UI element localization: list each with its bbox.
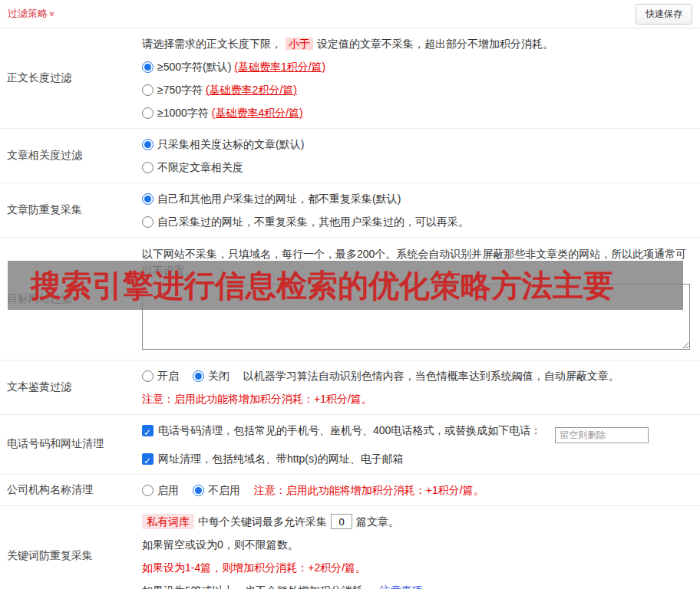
radio-icon <box>142 485 154 496</box>
replacement-phone-input[interactable] <box>555 427 649 443</box>
relevance-filter-label: 文章相关度过滤 <box>0 129 142 183</box>
option-label: ≥1000字符 <box>157 107 209 119</box>
option-label: 启用 <box>157 484 179 496</box>
option-label: 网址清理，包括纯域名、带http(s)的网址、电子邮箱 <box>158 452 404 465</box>
row-company-clean: 公司机构名称清理 启用 不启用 注意：启用此功能将增加积分消耗：+1积分/篇。 <box>0 475 700 506</box>
intro-post: 设定值的文章不采集，超出部分不增加积分消耗。 <box>317 38 553 50</box>
radio-icon <box>142 61 154 73</box>
option-label: 自己采集过的网址，不重复采集，其他用户采集过的，可以再采。 <box>157 216 469 228</box>
porn-filter-description: 以机器学习算法自动识别色情内容，当色情概率达到系统阈值，自动屏蔽文章。 <box>243 370 619 382</box>
length-option-750[interactable]: ≥750字符 (基础费率2积分/篇) <box>142 82 682 97</box>
keyword-line1-mid: 中每个关键词最多允许采集 <box>198 515 327 528</box>
keyword-dedupe-label: 关键词防重复采集 <box>0 506 142 589</box>
quick-save-button[interactable]: 快速保存 <box>636 4 692 25</box>
row-phone-url-clean: 电话号码和网址清理 电话号码清理，包括常见的手机号、座机号、400电话格式，或替… <box>0 415 700 475</box>
length-option-500[interactable]: ≥500字符(默认) (基础费率1积分/篇) <box>142 59 682 74</box>
radio-icon <box>142 193 154 205</box>
radio-icon <box>193 485 204 496</box>
intro-highlight: 小于 <box>286 38 313 50</box>
row-length-filter: 正文长度过滤 请选择需求的正文长度下限，小于设定值的文章不采集，超出部分不增加积… <box>0 28 700 129</box>
phone-url-clean-label: 电话号码和网址清理 <box>0 415 142 474</box>
keyword-rule-1-4: 如果设为1-4篇，则增加积分消耗：+2积分/篇。 <box>142 560 692 575</box>
private-lexicon-tag: 私有词库 <box>142 514 194 529</box>
option-label: 关闭 <box>208 370 229 382</box>
page-header: 过滤策略» 快速保存 <box>0 0 700 28</box>
radio-icon <box>142 216 154 228</box>
radio-icon <box>142 107 154 119</box>
length-filter-label: 正文长度过滤 <box>0 28 142 128</box>
option-label: 自己和其他用户采集过的网址，都不重复采集(默认) <box>157 192 401 205</box>
porn-filter-on-option[interactable]: 开启 <box>142 370 179 382</box>
option-label: 只采集相关度达标的文章(默认) <box>157 138 304 150</box>
radio-icon <box>193 370 204 382</box>
radio-icon <box>142 139 154 150</box>
radio-icon <box>142 84 154 96</box>
row-article-dedupe: 文章防重复采集 自己和其他用户采集过的网址，都不重复采集(默认) 自己采集过的网… <box>0 183 700 238</box>
page-title[interactable]: 过滤策略» <box>8 7 55 21</box>
keyword-rule-zero: 如果留空或设为0，则不限篇数。 <box>142 537 692 552</box>
option-label: 不启用 <box>208 484 240 496</box>
option-note: (基础费率4积分/篇) <box>212 107 303 119</box>
checkbox-icon <box>142 425 154 436</box>
porn-filter-off-option[interactable]: 关闭 <box>193 370 229 382</box>
option-note: (基础费率1积分/篇) <box>234 61 325 73</box>
phone-clean-checkbox[interactable]: 电话号码清理，包括常见的手机号、座机号、400电话格式，或替换成如下电话： <box>142 424 541 436</box>
relevance-option-strict[interactable]: 只采集相关度达标的文章(默认) <box>142 137 682 152</box>
article-dedupe-label: 文章防重复采集 <box>0 183 142 237</box>
radio-icon <box>142 162 154 173</box>
porn-filter-label: 文本鉴黄过滤 <box>0 360 142 414</box>
max-articles-input[interactable] <box>331 514 352 529</box>
watermark-text: 搜索引擎进行信息检索的优化策略方法主要 <box>31 265 614 307</box>
option-label: ≥750字符 <box>157 84 203 96</box>
length-filter-intro: 请选择需求的正文长度下限，小于设定值的文章不采集，超出部分不增加积分消耗。 <box>142 36 692 51</box>
length-option-1000[interactable]: ≥1000字符 (基础费率4积分/篇) <box>142 105 682 120</box>
company-clean-disable-option[interactable]: 不启用 <box>193 484 240 496</box>
intro-pre: 请选择需求的正文长度下限， <box>142 38 282 50</box>
option-label: 不限定文章相关度 <box>157 161 243 173</box>
dedupe-option-global[interactable]: 自己和其他用户采集过的网址，都不重复采集(默认) <box>142 191 682 206</box>
company-clean-label: 公司机构名称清理 <box>0 475 142 505</box>
option-label: ≥500字符(默认) <box>157 61 231 73</box>
company-clean-note: 注意：启用此功能将增加积分消耗：+1积分/篇。 <box>254 484 484 496</box>
row-relevance-filter: 文章相关度过滤 只采集相关度达标的文章(默认) 不限定文章相关度 <box>0 129 700 183</box>
dedupe-option-self[interactable]: 自己采集过的网址，不重复采集，其他用户采集过的，可以再采。 <box>142 214 682 229</box>
watermark-banner: 搜索引擎进行信息检索的优化策略方法主要 <box>8 261 683 310</box>
url-clean-checkbox[interactable]: 网址清理，包括纯域名、带http(s)的网址、电子邮箱 <box>142 451 682 466</box>
notes-link-text: 注意事项 <box>380 584 423 589</box>
porn-filter-note: 注意：启用此功能将增加积分消耗：+1积分/篇。 <box>142 391 692 406</box>
keyword-line1-end: 篇文章。 <box>356 515 399 528</box>
row-keyword-dedupe: 关键词防重复采集 私有词库中每个关键词最多允许采集篇文章。 如果留空或设为0，则… <box>0 506 700 589</box>
relevance-option-any[interactable]: 不限定文章相关度 <box>142 160 682 175</box>
company-clean-enable-option[interactable]: 启用 <box>142 484 179 496</box>
option-note: (基础费率2积分/篇) <box>206 84 297 96</box>
option-label: 电话号码清理，包括常见的手机号、座机号、400电话格式，或替换成如下电话： <box>158 424 541 436</box>
checkbox-icon <box>142 453 154 465</box>
row-porn-filter: 文本鉴黄过滤 开启 关闭 以机器学习算法自动识别色情内容，当色情概率达到系统阈值… <box>0 360 700 415</box>
page-title-text: 过滤策略 <box>8 8 48 19</box>
notes-link[interactable]: 注意事项» <box>380 584 429 589</box>
keyword-rule-5plus: 如果设为5篇或以上，也不会额外增加积分消耗。 <box>142 584 374 589</box>
chevron-down-icon: » <box>47 12 58 17</box>
radio-icon <box>142 370 154 382</box>
option-label: 开启 <box>157 370 179 382</box>
